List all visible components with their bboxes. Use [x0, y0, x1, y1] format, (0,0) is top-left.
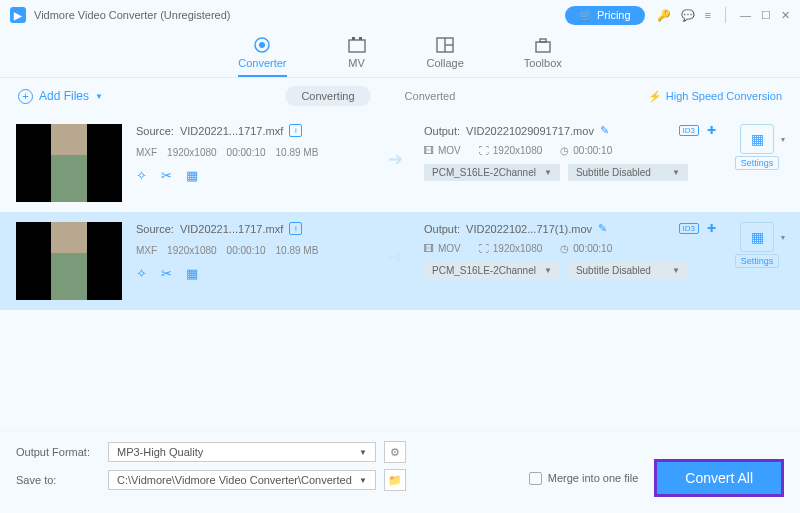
cart-icon: 🛒	[579, 9, 593, 22]
tab-mv[interactable]: MV	[347, 36, 367, 77]
edit-icon[interactable]: ✧	[136, 266, 147, 281]
resolution-value: 1920x1080	[167, 147, 217, 158]
rename-icon[interactable]: ✎	[598, 222, 607, 235]
merge-checkbox[interactable]	[529, 472, 542, 485]
output-filename: VID2022102...717(1).mov	[466, 223, 592, 235]
clock-icon: ◷	[560, 243, 569, 254]
save-to-value: C:\Vidmore\Vidmore Video Converter\Conve…	[117, 474, 352, 486]
source-actions: ✧ ✂ ▦	[136, 266, 366, 281]
out-format: MOV	[438, 145, 461, 156]
info-icon[interactable]: i	[289, 124, 302, 137]
id3-button[interactable]: ID3	[679, 223, 699, 234]
subtitle-value: Subtitle Disabled	[576, 167, 651, 178]
output-label: Output:	[424, 125, 460, 137]
minimize-icon[interactable]: —	[740, 9, 751, 21]
enhance-icon[interactable]: ▦	[186, 266, 198, 281]
maximize-icon[interactable]: ☐	[761, 9, 771, 22]
toolbar: + Add Files ▼ Converting Converted ⚡ Hig…	[0, 78, 800, 114]
chevron-down-icon: ▼	[544, 168, 552, 177]
svg-rect-3	[352, 37, 355, 40]
convert-all-button[interactable]: Convert All	[654, 459, 784, 497]
format-value: MXF	[136, 245, 157, 256]
feedback-icon[interactable]: 💬	[681, 9, 695, 22]
output-column: Output: VID2022102...717(1).mov ✎ ID3 ✚ …	[424, 222, 716, 279]
tab-label: Converter	[238, 57, 286, 69]
source-column: Source: VID20221...1717.mxf i MXF 1920x1…	[136, 124, 366, 183]
tab-converter[interactable]: Converter	[238, 36, 286, 77]
high-speed-toggle[interactable]: ⚡ High Speed Conversion	[648, 90, 782, 103]
close-icon[interactable]: ✕	[781, 9, 790, 22]
size-value: 10.89 MB	[276, 147, 319, 158]
audio-dropdown[interactable]: PCM_S16LE-2Channel▼	[424, 262, 560, 279]
svg-rect-2	[349, 40, 365, 52]
chevron-down-icon: ▼	[672, 266, 680, 275]
open-folder-icon[interactable]: 📁	[384, 469, 406, 491]
source-filename: VID20221...1717.mxf	[180, 223, 283, 235]
save-to-select[interactable]: C:\Vidmore\Vidmore Video Converter\Conve…	[108, 470, 376, 490]
settings-button[interactable]: Settings	[735, 156, 780, 170]
tab-collage[interactable]: Collage	[427, 36, 464, 77]
mv-icon	[347, 36, 367, 54]
source-label: Source:	[136, 223, 174, 235]
tab-label: Collage	[427, 57, 464, 69]
settings-column: ▦ Settings	[730, 124, 784, 170]
profile-icon-button[interactable]: ▦	[740, 222, 774, 252]
pricing-button[interactable]: 🛒 Pricing	[565, 6, 645, 25]
edit-icon[interactable]: ✧	[136, 168, 147, 183]
segment-converted[interactable]: Converted	[395, 86, 466, 106]
output-dropdowns: PCM_S16LE-2Channel▼ Subtitle Disabled▼	[424, 164, 716, 181]
format-value: MXF	[136, 147, 157, 158]
rename-icon[interactable]: ✎	[600, 124, 609, 137]
profile-icon-button[interactable]: ▦	[740, 124, 774, 154]
output-column: Output: VID20221029091717.mov ✎ ID3 ✚ 🎞M…	[424, 124, 716, 181]
source-label: Source:	[136, 125, 174, 137]
chevron-down-icon: ▼	[672, 168, 680, 177]
audio-dropdown[interactable]: PCM_S16LE-2Channel▼	[424, 164, 560, 181]
id3-button[interactable]: ID3	[679, 125, 699, 136]
out-dur: 00:00:10	[573, 243, 612, 254]
size-value: 10.89 MB	[276, 245, 319, 256]
settings-button[interactable]: Settings	[735, 254, 780, 268]
subtitle-value: Subtitle Disabled	[576, 265, 651, 276]
source-column: Source: VID20221...1717.mxf i MXF 1920x1…	[136, 222, 366, 281]
file-item: Source: VID20221...1717.mxf i MXF 1920x1…	[0, 114, 800, 212]
tab-toolbox[interactable]: Toolbox	[524, 36, 562, 77]
audio-value: PCM_S16LE-2Channel	[432, 167, 536, 178]
video-thumbnail[interactable]	[16, 124, 122, 202]
info-icon[interactable]: i	[289, 222, 302, 235]
subtitle-dropdown[interactable]: Subtitle Disabled▼	[568, 164, 688, 181]
segment-converting[interactable]: Converting	[285, 86, 370, 106]
key-icon[interactable]: 🔑	[657, 9, 671, 22]
app-logo: ▶	[10, 7, 26, 23]
audio-value: PCM_S16LE-2Channel	[432, 265, 536, 276]
arrow-icon: ➔	[380, 148, 410, 170]
format-settings-icon[interactable]: ⚙	[384, 441, 406, 463]
merge-option: Merge into one file	[529, 472, 639, 485]
film-icon: 🎞	[424, 243, 434, 254]
divider	[725, 7, 726, 23]
titlebar: ▶ Vidmore Video Converter (Unregistered)…	[0, 0, 800, 30]
output-meta: 🎞MOV ⛶1920x1080 ◷00:00:10	[424, 145, 716, 156]
add-output-icon[interactable]: ✚	[707, 222, 716, 235]
resolution-value: 1920x1080	[167, 245, 217, 256]
source-meta: MXF 1920x1080 00:00:10 10.89 MB	[136, 147, 366, 158]
menu-icon[interactable]: ≡	[705, 9, 711, 21]
subtitle-dropdown[interactable]: Subtitle Disabled▼	[568, 262, 688, 279]
enhance-icon[interactable]: ▦	[186, 168, 198, 183]
film-icon: 🎞	[424, 145, 434, 156]
settings-column: ▦ Settings	[730, 222, 784, 268]
toolbox-icon	[533, 36, 553, 54]
out-res: 1920x1080	[493, 243, 543, 254]
tab-label: Toolbox	[524, 57, 562, 69]
output-filename: VID20221029091717.mov	[466, 125, 594, 137]
expand-icon: ⛶	[479, 243, 489, 254]
duration-value: 00:00:10	[227, 245, 266, 256]
cut-icon[interactable]: ✂	[161, 168, 172, 183]
cut-icon[interactable]: ✂	[161, 266, 172, 281]
add-output-icon[interactable]: ✚	[707, 124, 716, 137]
output-format-select[interactable]: MP3-High Quality ▼	[108, 442, 376, 462]
add-files-button[interactable]: + Add Files ▼	[18, 89, 103, 104]
footer-actions: Merge into one file Convert All	[529, 459, 784, 497]
output-format-value: MP3-High Quality	[117, 446, 203, 458]
video-thumbnail[interactable]	[16, 222, 122, 300]
